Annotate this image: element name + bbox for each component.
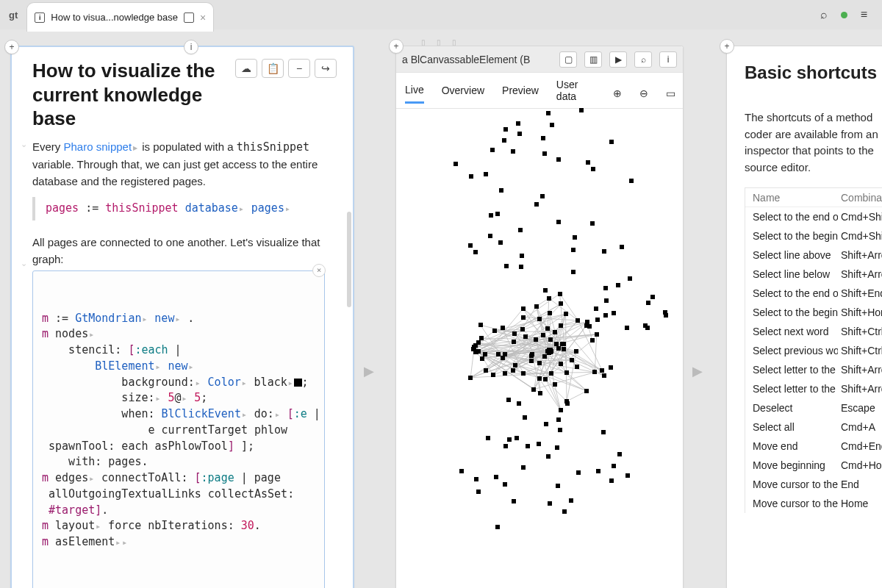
snippet-text[interactable]: Every Pharo snippet▶ is populated with a… (32, 138, 341, 190)
graph-node[interactable] (529, 359, 534, 363)
inspector-info-button[interactable]: i (659, 51, 677, 68)
graph-node[interactable] (521, 371, 526, 376)
graph-node[interactable] (664, 313, 668, 318)
graph-node[interactable] (523, 415, 527, 420)
table-row[interactable]: Select line aboveShift+ArrowUp (745, 245, 882, 265)
graph-node[interactable] (517, 401, 521, 406)
inspector-window-button[interactable]: ▢ (559, 51, 577, 68)
graph-node[interactable] (546, 454, 551, 459)
graph-node[interactable] (492, 329, 497, 333)
page-info-button[interactable]: i (184, 40, 198, 54)
inspector-play-button[interactable]: ▶ (609, 51, 627, 68)
graph-node[interactable] (604, 298, 609, 303)
graph-node[interactable] (499, 188, 503, 193)
code-close-button[interactable]: × (312, 264, 326, 277)
graph-node[interactable] (495, 212, 500, 216)
graph-node[interactable] (600, 368, 604, 373)
graph-node[interactable] (503, 127, 508, 132)
table-row[interactable]: Select line belowShift+ArrowDown (745, 265, 882, 284)
graph-node[interactable] (511, 368, 515, 373)
graph-node[interactable] (603, 286, 608, 290)
graph-node[interactable] (491, 373, 495, 377)
graph-node[interactable] (502, 138, 506, 143)
graph-node[interactable] (541, 136, 545, 140)
graph-node[interactable] (571, 270, 576, 274)
graph-node[interactable] (501, 356, 505, 360)
graph-node[interactable] (484, 172, 488, 176)
graph-node[interactable] (531, 387, 536, 392)
graph-node[interactable] (520, 254, 524, 258)
graph-node[interactable] (596, 469, 600, 473)
graph-node[interactable] (556, 417, 561, 422)
snippet-text[interactable]: The shortcuts of a method coder are avai… (745, 110, 882, 176)
graph-node[interactable] (468, 376, 473, 380)
table-row[interactable]: Select to the beginning of lineShift+Hom… (745, 303, 882, 322)
tab-maximize-icon[interactable] (184, 12, 194, 23)
graph-node[interactable] (576, 318, 580, 323)
graph-node[interactable] (543, 377, 548, 381)
graph-node[interactable] (586, 160, 590, 165)
graph-node[interactable] (601, 430, 606, 434)
graph-node[interactable] (650, 295, 655, 299)
graph-node[interactable] (513, 363, 517, 368)
graph-node[interactable] (512, 331, 517, 336)
code-snippet-1[interactable]: pages := thisSnippet database▶ pages▶ (32, 197, 341, 220)
graph-node[interactable] (548, 337, 553, 342)
graph-node[interactable] (573, 235, 577, 240)
graph-node[interactable] (489, 213, 493, 218)
graph-node[interactable] (579, 108, 584, 112)
table-row[interactable]: Select to the end of lineShift+End (745, 284, 882, 303)
graph-node[interactable] (609, 478, 614, 483)
graph-node[interactable] (559, 301, 563, 306)
graph-node[interactable] (617, 452, 622, 456)
table-row[interactable]: DeselectEscape (745, 398, 882, 417)
graph-node[interactable] (479, 336, 484, 340)
add-pane-left-button[interactable]: + (720, 39, 734, 54)
table-row[interactable]: Select previous wordShift+Ctrl+ArrowLeft (745, 341, 882, 360)
col-header-name[interactable]: Name (745, 192, 838, 204)
page-scrollbar[interactable] (347, 212, 351, 307)
code-snippet-2[interactable]: × m := GtMondrian▶ new▶ . m nodes▶ stenc… (32, 270, 325, 588)
graph-node[interactable] (537, 442, 541, 446)
pane-splitter-icon[interactable]: ▶ (690, 358, 705, 384)
graph-node[interactable] (550, 123, 554, 127)
graph-node[interactable] (544, 422, 548, 426)
graph-node[interactable] (516, 121, 520, 126)
graph-node[interactable] (562, 509, 567, 514)
graph-node[interactable] (616, 283, 620, 287)
graph-node[interactable] (496, 352, 501, 356)
table-row[interactable]: Move cursor to the endEnd (745, 475, 882, 494)
zoom-fit-icon[interactable]: ▭ (666, 86, 675, 101)
graph-node[interactable] (565, 401, 570, 406)
table-row[interactable]: Select letter to the rightShift+ArrowRig… (745, 360, 882, 379)
graph-node[interactable] (469, 174, 473, 179)
msg-expand-icon[interactable]: ▶ (286, 205, 290, 214)
tab-overview[interactable]: Overview (442, 85, 484, 102)
graph-node[interactable] (594, 306, 598, 311)
graph-node[interactable] (537, 361, 542, 365)
graph-node[interactable] (558, 292, 562, 296)
graph-node[interactable] (494, 475, 498, 479)
table-row[interactable]: Move beginningCmd+Home (745, 456, 882, 475)
tab-close-icon[interactable]: × (200, 12, 206, 23)
zoom-in-icon[interactable]: ⊕ (613, 86, 622, 101)
graph-node[interactable] (556, 346, 561, 351)
table-row[interactable]: Select letter to the leftShift+ArrowLeft (745, 379, 882, 398)
graph-node[interactable] (556, 220, 561, 224)
graph-node[interactable] (576, 470, 581, 475)
graph-node[interactable] (553, 382, 557, 387)
graph-node[interactable] (520, 327, 525, 331)
graph-node[interactable] (575, 365, 579, 369)
graph-node[interactable] (501, 326, 505, 330)
tab-preview[interactable]: Preview (502, 85, 539, 102)
graph-node[interactable] (542, 151, 547, 156)
graph-node[interactable] (612, 311, 616, 315)
graph-node[interactable] (488, 234, 492, 238)
graph-node[interactable] (534, 202, 539, 207)
graph-node[interactable] (609, 365, 613, 370)
graph-node[interactable] (574, 349, 578, 354)
graph-node[interactable] (512, 499, 516, 503)
graph-node[interactable] (643, 323, 648, 328)
graph-node[interactable] (468, 243, 473, 248)
graph-node[interactable] (519, 265, 523, 269)
